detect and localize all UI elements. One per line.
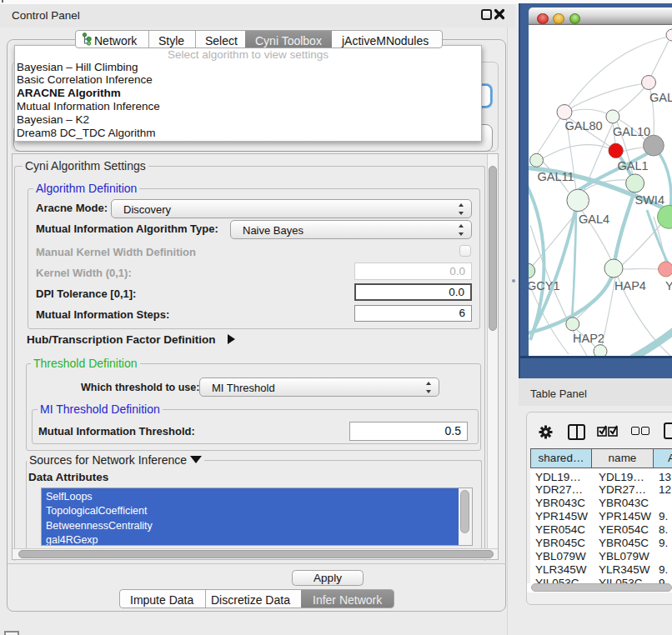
svg-text:GAL1: GAL1	[618, 159, 649, 172]
svg-text:GCY1: GCY1	[529, 279, 560, 292]
svg-text:GAL7: GAL7	[649, 91, 672, 104]
svg-text:GAL4: GAL4	[579, 212, 609, 226]
svg-text:GAL80: GAL80	[565, 119, 603, 132]
svg-text:HAP2: HAP2	[573, 332, 604, 345]
svg-text:HAP4: HAP4	[614, 279, 646, 292]
svg-text:GAL10: GAL10	[613, 125, 650, 138]
svg-text:YM: YM	[665, 279, 672, 292]
svg-text:SWI4: SWI4	[635, 193, 664, 207]
svg-text:GAL11: GAL11	[538, 170, 574, 183]
